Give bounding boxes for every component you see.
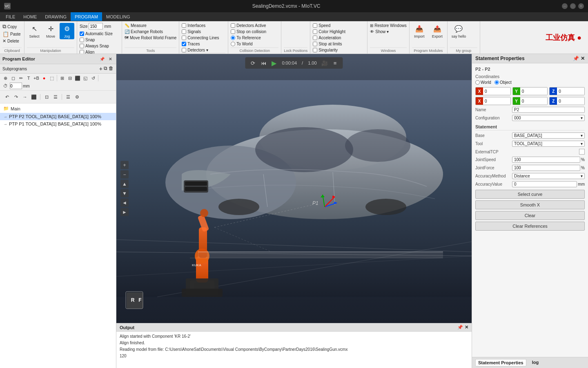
stmt-close-btn[interactable]: ✕ xyxy=(581,56,585,61)
exchange-robots-btn[interactable]: 🔄Exchange Robots xyxy=(125,29,163,34)
signals-check[interactable]: Signals xyxy=(182,29,201,34)
ribbon-paste-btn[interactable]: 📋Paste xyxy=(2,31,21,38)
traces-check[interactable]: Traces xyxy=(182,41,200,47)
maximize-button[interactable]: □ xyxy=(570,3,576,9)
layout-btn[interactable]: ☰ xyxy=(52,93,59,101)
world-radio-label[interactable]: World xyxy=(475,80,491,85)
show-btn[interactable]: 👁Show ▾ xyxy=(370,29,389,34)
export-btn[interactable]: 📤 Export xyxy=(430,23,445,39)
delete-subprog-btn[interactable]: 🗑 xyxy=(109,65,114,72)
tool-btn-12[interactable]: ↺ xyxy=(89,74,97,82)
output-pin-btn[interactable]: 📌 xyxy=(457,325,463,330)
prog-item-1[interactable]: → PTP P1 TOOL_DATA[1] BASE_DATA[1] 100% xyxy=(0,120,116,128)
tool-btn-6[interactable]: ● xyxy=(40,74,48,82)
accval-value[interactable]: 0 xyxy=(512,181,577,187)
extra-btn[interactable]: ☰ xyxy=(65,93,72,101)
zoom-arrows-down[interactable]: ▼ xyxy=(120,189,129,197)
more-btn[interactable]: ≡ xyxy=(331,58,340,67)
menu-file[interactable]: FILE xyxy=(2,12,19,21)
menu-drawing[interactable]: DRAWING xyxy=(41,12,71,21)
output-close-btn[interactable]: ✕ xyxy=(465,325,468,330)
tool-btn-2[interactable]: ◻ xyxy=(9,74,17,82)
play-btn[interactable]: ▶ xyxy=(270,58,278,67)
prog-item-0[interactable]: → PTP P2 TOOL_DATA[1] BASE_DATA[1] 100% xyxy=(0,113,116,120)
speed-check[interactable]: Speed xyxy=(313,23,330,28)
x1-box[interactable]: X 0 xyxy=(475,87,511,95)
object-radio[interactable] xyxy=(494,80,499,85)
x2-box[interactable]: X 0 xyxy=(475,97,511,105)
detectors-check[interactable]: Detectors ▾ xyxy=(182,47,208,53)
grid-size-input[interactable] xyxy=(89,23,103,29)
zoom-arrows-right[interactable]: ► xyxy=(120,208,129,216)
close-button[interactable]: ✕ xyxy=(578,3,584,9)
menu-program[interactable]: PROGRAM xyxy=(71,12,102,21)
extcp-checkbox[interactable] xyxy=(579,149,585,155)
tool-btn-9[interactable]: ⊟ xyxy=(66,74,74,82)
reset-btn[interactable]: ⟳ xyxy=(248,58,257,67)
add-subprog-btn[interactable]: + xyxy=(99,65,102,72)
zoom-out-btn[interactable]: − xyxy=(120,171,129,179)
zoom-arrows-up[interactable]: ▲ xyxy=(120,180,129,188)
align-check[interactable]: Align xyxy=(80,49,94,54)
zoom-in-btn[interactable]: + xyxy=(120,161,129,169)
tool-btn-10[interactable]: ⬛ xyxy=(74,74,81,82)
z2-box[interactable]: Z 0 xyxy=(549,97,585,105)
menu-home[interactable]: HOME xyxy=(19,12,41,21)
time-btn[interactable]: ⏱ xyxy=(2,82,9,90)
tool-btn-4[interactable]: T xyxy=(25,74,32,82)
stop-collision-check[interactable]: Stop on collision xyxy=(231,29,266,34)
import-btn[interactable]: 📥 Import xyxy=(412,23,427,39)
move-robot-btn[interactable]: 🗺Move Robot World Frame xyxy=(125,35,176,40)
tool-btn-8[interactable]: ⊞ xyxy=(58,74,66,82)
select-curve-btn[interactable]: Select curve xyxy=(475,190,585,199)
to-world-radio[interactable]: To World xyxy=(231,41,252,47)
settings-btn[interactable]: ⚙ xyxy=(74,93,81,101)
step-btn[interactable]: → xyxy=(21,93,29,101)
smooth-x-btn[interactable]: Smooth X xyxy=(475,200,585,209)
stmt-pin-btn[interactable]: 📌 xyxy=(573,56,579,61)
ribbon-move-btn[interactable]: ✛ Move xyxy=(43,23,58,39)
view-btn[interactable]: ⊡ xyxy=(43,93,50,101)
object-radio-label[interactable]: Object xyxy=(494,80,512,85)
config-select[interactable]: 000 ▾ xyxy=(512,115,585,121)
interfaces-check[interactable]: Interfaces xyxy=(182,23,205,28)
stop-btn[interactable]: ⬛ xyxy=(30,93,38,101)
camera-btn[interactable]: 🎥 xyxy=(320,58,329,67)
to-reference-radio[interactable]: To Reference xyxy=(231,35,261,40)
tool-select[interactable]: TOOL_DATA[1] ▾ xyxy=(512,141,585,147)
acceleration-check[interactable]: Acceleration xyxy=(313,35,341,40)
menu-modeling[interactable]: MODELING xyxy=(102,12,134,21)
zoom-arrows-left[interactable]: ◄ xyxy=(120,199,129,207)
minimize-button[interactable]: ─ xyxy=(562,3,568,9)
accmethod-select[interactable]: Distance ▾ xyxy=(512,173,585,179)
ribbon-delete-btn[interactable]: ✕Delete xyxy=(2,38,21,44)
copy-subprog-btn[interactable]: ⧉ xyxy=(104,65,107,72)
stop-at-limits-check[interactable]: Stop at limits xyxy=(313,41,342,47)
tool-btn-7[interactable]: ⬚ xyxy=(48,74,56,82)
undo-btn[interactable]: ↶ xyxy=(3,93,11,101)
jspeed-value[interactable]: 100 xyxy=(512,157,580,163)
tool-btn-11[interactable]: ◱ xyxy=(82,74,89,82)
connecting-lines-check[interactable]: Connecting Lines xyxy=(182,35,219,40)
ribbon-select-btn[interactable]: ↖ Select xyxy=(27,23,42,39)
name-value[interactable]: P2 xyxy=(512,107,585,113)
redo-btn[interactable]: ↷ xyxy=(12,93,20,101)
3d-viewport[interactable]: ⟳ ⏮ ▶ 0:00:04 / 1.00 🎥 ≡ xyxy=(116,54,472,323)
color-highlight-check[interactable]: Color Highlight xyxy=(313,29,345,34)
y1-box[interactable]: Y 0 xyxy=(512,87,548,95)
snap-check[interactable]: Snap xyxy=(80,37,95,43)
y2-box[interactable]: Y 0 xyxy=(512,97,548,105)
main-item[interactable]: 📁 Main xyxy=(0,104,116,113)
base-select[interactable]: BASE_DATA[1] ▾ xyxy=(512,132,585,139)
prev-frame-btn[interactable]: ⏮ xyxy=(259,58,268,67)
ribbon-jog-btn[interactable]: ⚙ Jog xyxy=(60,23,74,39)
z1-box[interactable]: Z 0 xyxy=(549,87,585,95)
tool-btn-5[interactable]: +B xyxy=(33,74,40,82)
log-tab[interactable]: log xyxy=(530,359,541,366)
say-hello-btn[interactable]: 💬 say hello xyxy=(450,23,468,39)
always-snap-check[interactable]: Always Snap xyxy=(80,43,109,49)
clear-btn[interactable]: Clear xyxy=(475,211,585,220)
ribbon-copy-btn[interactable]: ⧉Copy xyxy=(2,23,21,30)
close-panel-btn[interactable]: ✕ xyxy=(107,56,114,62)
detectors-active-check[interactable]: Detectors Active xyxy=(231,23,266,28)
